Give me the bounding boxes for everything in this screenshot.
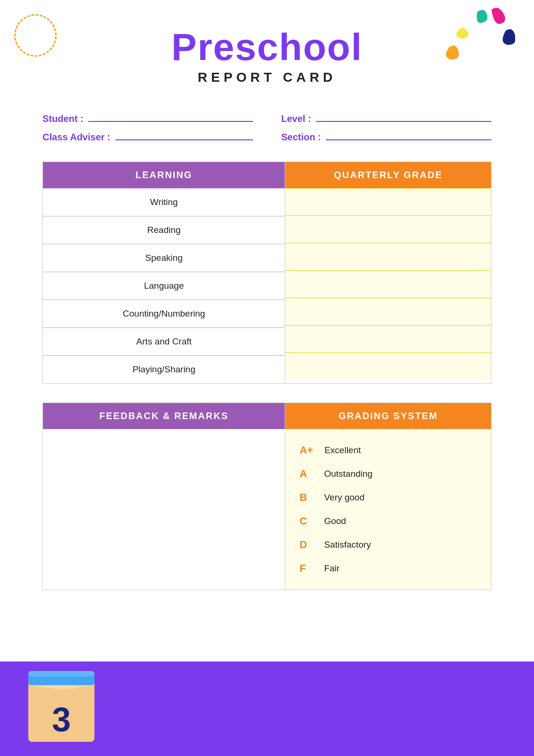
grade-language[interactable]: [285, 270, 491, 298]
grade-meaning-c: Good: [324, 516, 346, 526]
form-section: Student : Level : Class Adviser : Sectio…: [0, 94, 534, 152]
feedback-header: FEEDBACK & REMARKS: [43, 403, 285, 429]
grade-meaning-d: Satisfactory: [324, 540, 371, 550]
grade-letter-d: D: [299, 539, 313, 551]
grading-header: GRADING SYSTEM: [285, 403, 491, 429]
grade-meaning-f: Fair: [324, 563, 339, 574]
feedback-body[interactable]: [43, 429, 285, 561]
section-label: Section :: [281, 132, 321, 143]
grade-entry-aplus: A+ Excellent: [299, 438, 477, 462]
grade-letter-a: A: [299, 468, 313, 480]
class-adviser-underline[interactable]: [115, 139, 253, 140]
section-underline[interactable]: [326, 139, 492, 140]
grade-meaning-b: Very good: [324, 492, 364, 503]
grade-reading[interactable]: [285, 215, 491, 243]
deco-top-right: [411, 5, 515, 90]
learning-header: LEARNING: [43, 162, 285, 188]
grading-body: A+ Excellent A Outstanding B Very good C…: [285, 429, 491, 590]
grading-block: GRADING SYSTEM A+ Excellent A Outstandin…: [285, 403, 492, 590]
subject-arts: Arts and Craft: [43, 327, 285, 355]
student-field: Student :: [42, 113, 253, 124]
grade-entry-b: B Very good: [299, 486, 477, 509]
grade-table: QUARTERLY GRADE: [285, 162, 492, 384]
feedback-block: FEEDBACK & REMARKS: [42, 403, 285, 590]
class-adviser-field: Class Adviser :: [42, 132, 253, 143]
section-field: Section :: [281, 132, 492, 143]
subject-writing: Writing: [43, 188, 285, 216]
level-label: Level :: [281, 113, 311, 124]
grade-letter-c: C: [299, 515, 313, 527]
subject-reading: Reading: [43, 216, 285, 244]
grade-speaking[interactable]: [285, 243, 491, 270]
level-underline[interactable]: [316, 121, 492, 122]
grade-playing[interactable]: [285, 352, 491, 380]
form-row-2: Class Adviser : Section :: [42, 132, 492, 143]
main-tables: LEARNING Writing Reading Speaking Langua…: [0, 152, 534, 393]
subject-language: Language: [43, 272, 285, 300]
class-adviser-label: Class Adviser :: [42, 132, 110, 143]
grade-meaning-aplus: Excellent: [324, 445, 361, 455]
grade-entry-a: A Outstanding: [299, 462, 477, 486]
bottom-section: FEEDBACK & REMARKS GRADING SYSTEM A+ Exc…: [0, 393, 534, 600]
grade-counting[interactable]: [285, 298, 491, 325]
grade-letter-aplus: A+: [299, 444, 313, 456]
subject-counting: Counting/Numbering: [43, 300, 285, 327]
grade-letter-b: B: [299, 491, 313, 504]
grade-entry-d: D Satisfactory: [299, 533, 477, 557]
deco-circle: [14, 14, 57, 57]
svg-text:3: 3: [52, 701, 71, 739]
form-row-1: Student : Level :: [42, 113, 492, 124]
student-label: Student :: [42, 113, 84, 124]
learning-table: LEARNING Writing Reading Speaking Langua…: [42, 162, 285, 384]
grade-entry-c: C Good: [299, 509, 477, 533]
grade-meaning-a: Outstanding: [324, 469, 372, 479]
svg-rect-3: [28, 671, 94, 677]
block-toy: 3: [19, 662, 104, 747]
subject-speaking: Speaking: [43, 244, 285, 272]
grade-letter-f: F: [299, 562, 313, 575]
grade-writing[interactable]: [285, 188, 491, 215]
page: Preschool REPORT CARD Student : Level : …: [0, 0, 534, 756]
grade-arts[interactable]: [285, 325, 491, 352]
level-field: Level :: [281, 113, 492, 124]
grade-entry-f: F Fair: [299, 557, 477, 580]
grade-header: QUARTERLY GRADE: [285, 162, 491, 188]
subject-playing: Playing/Sharing: [43, 355, 285, 383]
student-underline[interactable]: [88, 121, 253, 122]
